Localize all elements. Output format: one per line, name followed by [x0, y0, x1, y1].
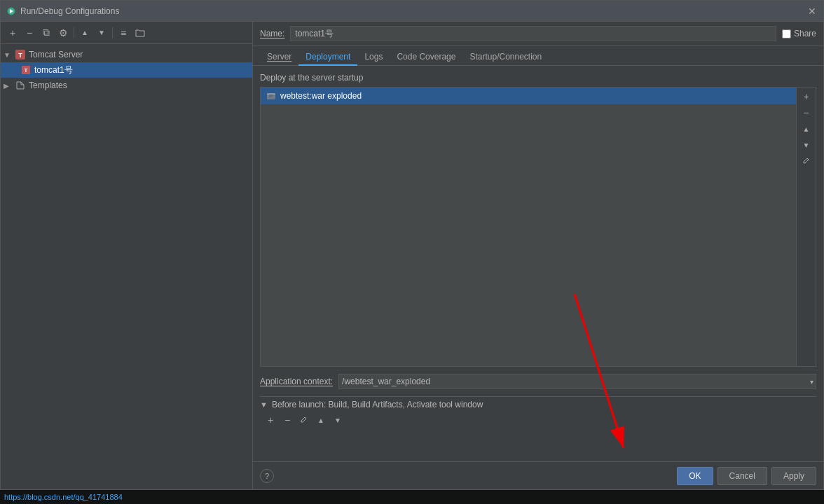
tab-logs[interactable]: Logs [357, 49, 390, 66]
list-remove-button[interactable]: − [799, 105, 814, 120]
name-input[interactable] [290, 26, 776, 41]
name-label: Name: [260, 29, 284, 38]
deploy-section-label: Deploy at the server startup [260, 73, 816, 83]
watermark-bar: https://blog.csdn.net/qq_41741884 [0, 490, 824, 504]
toolbar-separator-2 [112, 27, 113, 38]
dialog-body: + − ⧉ ⚙ ▲ ▼ ≡ ▼ [1, 22, 823, 489]
apply-button[interactable]: Apply [771, 467, 816, 485]
toolbar-separator-1 [74, 27, 74, 38]
tabs-bar: Server Deployment Logs Code Coverage Sta… [253, 46, 823, 66]
before-launch-toolbar: + − ▲ ▼ [260, 412, 816, 428]
sort-button[interactable]: ≡ [116, 25, 131, 41]
left-toolbar: + − ⧉ ⚙ ▲ ▼ ≡ [1, 22, 252, 44]
context-select-wrapper: /webtest_war_exploded [338, 374, 816, 389]
tomcat-instance-icon: T [20, 64, 32, 76]
folder-button[interactable] [132, 25, 148, 41]
bottom-left-area: ? [260, 469, 673, 483]
templates-label: Templates [29, 80, 67, 90]
add-config-button[interactable]: + [5, 25, 20, 41]
svg-rect-7 [267, 93, 275, 95]
before-launch-down-button[interactable]: ▼ [330, 412, 345, 428]
svg-text:T: T [25, 67, 28, 74]
tomcat-server-label: Tomcat Server [29, 50, 83, 59]
remove-config-button[interactable]: − [22, 25, 37, 41]
cancel-button[interactable]: Cancel [717, 467, 767, 485]
deployment-tab-content: Deploy at the server startup we [253, 66, 823, 461]
tab-code-coverage[interactable]: Code Coverage [390, 49, 462, 66]
arrow-up-button[interactable]: ▲ [77, 25, 92, 41]
run-debug-dialog: Run/Debug Configurations ✕ + − ⧉ ⚙ ▲ ▼ ≡ [0, 0, 824, 490]
context-label: Application context: [260, 377, 333, 386]
tab-deployment[interactable]: Deployment [298, 49, 357, 66]
tab-startup-connection[interactable]: Startup/Connection [462, 49, 549, 66]
share-row: Share [782, 29, 816, 38]
title-bar: Run/Debug Configurations ✕ [1, 1, 823, 22]
tomcat-instance-label: tomcat1号 [34, 64, 73, 76]
share-label: Share [794, 29, 816, 38]
dialog-footer: ? OK Cancel Apply [253, 461, 823, 489]
share-checkbox[interactable] [782, 29, 791, 38]
help-button[interactable]: ? [260, 469, 274, 483]
before-launch-remove-button[interactable]: − [280, 412, 295, 428]
tree-item-tomcat-server[interactable]: ▼ T Tomcat Server [1, 47, 252, 62]
list-add-button[interactable]: + [799, 89, 814, 104]
templates-arrow: ▶ [4, 82, 12, 90]
deploy-list-area: webtest:war exploded + − ▲ ▼ [260, 87, 816, 367]
copy-config-button[interactable]: ⧉ [39, 25, 54, 41]
title-bar-icon [6, 6, 16, 16]
watermark-url: https://blog.csdn.net/qq_41741884 [4, 493, 123, 501]
tree-item-templates[interactable]: ▶ Templates [1, 78, 252, 93]
ok-button[interactable]: OK [677, 467, 713, 485]
tab-server[interactable]: Server [260, 49, 298, 66]
list-down-button[interactable]: ▼ [799, 137, 814, 153]
deploy-item-icon [266, 91, 276, 101]
list-edit-button[interactable] [799, 153, 814, 169]
deploy-item-label: webtest:war exploded [280, 91, 362, 101]
tomcat-server-arrow: ▼ [4, 51, 12, 59]
before-launch-header: ▼ Before launch: Build, Build Artifacts,… [260, 400, 816, 410]
tree-item-tomcat-instance[interactable]: T tomcat1号 [1, 62, 252, 78]
before-launch-section: ▼ Before launch: Build, Build Artifacts,… [260, 400, 816, 428]
list-up-button[interactable]: ▲ [799, 121, 814, 136]
context-select[interactable]: /webtest_war_exploded [338, 374, 816, 389]
name-row: Name: Share [253, 22, 823, 46]
deploy-item-1[interactable]: webtest:war exploded [261, 88, 796, 104]
left-panel: + − ⧉ ⚙ ▲ ▼ ≡ ▼ [1, 22, 253, 489]
list-toolbar: + − ▲ ▼ [797, 87, 816, 367]
right-panel: Name: Share Server Deployment Logs [253, 22, 823, 489]
settings-config-button[interactable]: ⚙ [55, 25, 71, 41]
context-row: Application context: /webtest_war_explod… [260, 374, 816, 397]
before-launch-up-button[interactable]: ▲ [313, 412, 329, 428]
templates-icon [15, 80, 26, 91]
tomcat-server-icon: T [15, 49, 26, 60]
before-launch-title: Before launch: Build, Build Artifacts, A… [272, 400, 483, 410]
dialog-title: Run/Debug Configurations [20, 6, 802, 16]
svg-text:T: T [18, 52, 22, 59]
tree-area: ▼ T Tomcat Server T [1, 44, 252, 489]
deploy-list: webtest:war exploded [260, 87, 797, 367]
arrow-down-button[interactable]: ▼ [94, 25, 109, 41]
before-launch-add-button[interactable]: + [263, 412, 278, 428]
before-launch-toggle[interactable]: ▼ [260, 400, 268, 409]
before-launch-edit-button[interactable] [296, 412, 312, 428]
close-button[interactable]: ✕ [806, 6, 818, 17]
